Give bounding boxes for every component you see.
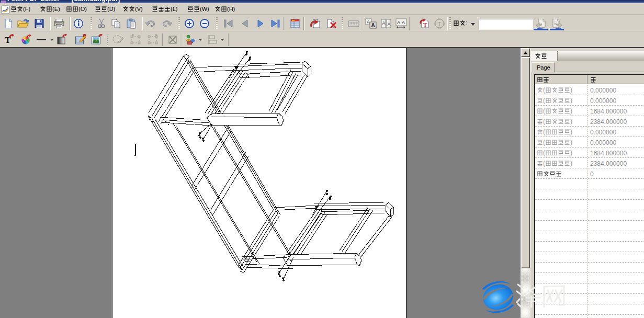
svg-text:A: A [371, 22, 375, 28]
svg-text:A: A [382, 20, 385, 26]
svg-text:T: T [423, 21, 427, 28]
svg-text:A: A [397, 20, 400, 25]
svg-text:T: T [437, 20, 441, 27]
svg-text:A: A [402, 20, 405, 25]
svg-text:A: A [367, 19, 370, 25]
svg-text:A: A [387, 21, 390, 27]
